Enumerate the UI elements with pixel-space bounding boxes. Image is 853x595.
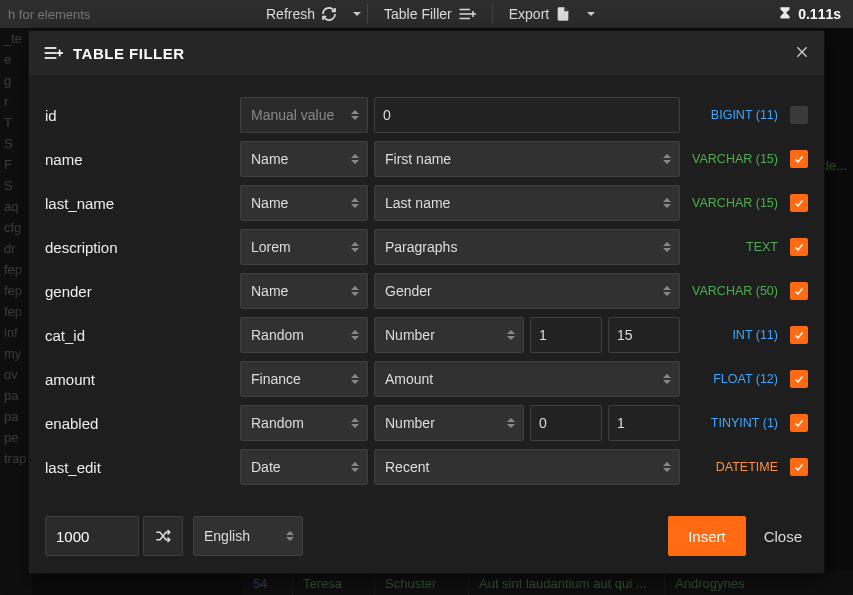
modal-title-text: TABLE FILLER <box>73 45 185 62</box>
chevron-updown-icon <box>351 374 359 384</box>
field-type: BIGINT (11) <box>686 108 778 122</box>
field-type: INT (11) <box>686 328 778 342</box>
toolbar-divider <box>492 4 493 24</box>
table-filler-icon <box>43 45 63 61</box>
field-enable-checkbox[interactable] <box>790 238 808 256</box>
field-value-select[interactable]: Gender <box>374 273 680 309</box>
modal-close-icon[interactable] <box>794 43 810 63</box>
field-name: last_name <box>45 195 240 212</box>
field-mode-select-label: Finance <box>251 371 301 387</box>
field-enable-checkbox[interactable] <box>790 194 808 212</box>
field-enable-checkbox[interactable] <box>790 458 808 476</box>
field-mode-select[interactable]: Lorem <box>240 229 368 265</box>
field-value-select-label: Last name <box>385 195 450 211</box>
hourglass-icon <box>778 6 792 22</box>
field-enable-checkbox[interactable] <box>790 370 808 388</box>
toolbar-divider <box>367 4 368 24</box>
field-name: id <box>45 107 240 124</box>
field-mode-select[interactable]: Name <box>240 273 368 309</box>
field-value-select[interactable]: Number <box>374 405 524 441</box>
field-type: TINYINT (1) <box>686 416 778 430</box>
shuffle-button[interactable] <box>143 516 183 556</box>
row-count-input[interactable] <box>45 516 139 556</box>
field-name: amount <box>45 371 240 388</box>
field-enable-checkbox[interactable] <box>790 282 808 300</box>
field-mode-select[interactable]: Random <box>240 405 368 441</box>
field-value-select-label: Number <box>385 327 435 343</box>
refresh-icon <box>321 6 337 22</box>
chevron-updown-icon <box>286 531 294 541</box>
field-mode-select-label: Lorem <box>251 239 291 255</box>
field-value-input[interactable] <box>374 97 680 133</box>
field-enable-checkbox[interactable] <box>790 150 808 168</box>
chevron-updown-icon <box>351 242 359 252</box>
chevron-updown-icon <box>351 198 359 208</box>
language-select[interactable]: English <box>193 516 303 556</box>
field-value-select-label: Amount <box>385 371 433 387</box>
timer-value: 0.111s <box>798 6 841 22</box>
range-min-input[interactable] <box>530 405 602 441</box>
field-enable-checkbox[interactable] <box>790 106 808 124</box>
chevron-updown-icon <box>663 154 671 164</box>
search-input-hint: h for elements <box>8 7 90 22</box>
close-button-label: Close <box>764 528 802 545</box>
field-value-select[interactable]: Last name <box>374 185 680 221</box>
field-name: name <box>45 151 240 168</box>
chevron-updown-icon <box>351 110 359 120</box>
refresh-dropdown-caret[interactable] <box>353 12 361 16</box>
field-value-select[interactable]: Recent <box>374 449 680 485</box>
range-max-input[interactable] <box>608 317 680 353</box>
field-type: FLOAT (12) <box>686 372 778 386</box>
export-dropdown-caret[interactable] <box>587 12 595 16</box>
chevron-updown-icon <box>351 154 359 164</box>
field-name: cat_id <box>45 327 240 344</box>
field-value-select[interactable]: Amount <box>374 361 680 397</box>
chevron-updown-icon <box>663 462 671 472</box>
field-value-select-label: Paragraphs <box>385 239 457 255</box>
field-name: description <box>45 239 240 256</box>
range-max-input[interactable] <box>608 405 680 441</box>
field-row: last_edit Date Recent DATETIME <box>45 445 808 489</box>
field-row: gender Name Gender VARCHAR (50) <box>45 269 808 313</box>
field-enable-checkbox[interactable] <box>790 414 808 432</box>
field-row: name Name First name VARCHAR (15) <box>45 137 808 181</box>
field-mode-select-label: Name <box>251 195 288 211</box>
refresh-button[interactable]: Refresh <box>256 1 347 27</box>
field-value-select[interactable]: Paragraphs <box>374 229 680 265</box>
chevron-updown-icon <box>663 198 671 208</box>
field-mode-select[interactable]: Finance <box>240 361 368 397</box>
field-value-select-label: Gender <box>385 283 432 299</box>
field-value-select[interactable]: First name <box>374 141 680 177</box>
field-row: description Lorem Paragraphs TEXT <box>45 225 808 269</box>
field-enable-checkbox[interactable] <box>790 326 808 344</box>
refresh-label: Refresh <box>266 6 315 22</box>
insert-button[interactable]: Insert <box>668 516 746 556</box>
chevron-updown-icon <box>507 330 515 340</box>
field-type: TEXT <box>686 240 778 254</box>
close-button[interactable]: Close <box>764 528 802 545</box>
table-filler-modal: TABLE FILLER id Manual value BIGINT (11)… <box>28 30 825 574</box>
export-label: Export <box>509 6 549 22</box>
field-mode-select[interactable]: Name <box>240 141 368 177</box>
field-type: DATETIME <box>686 460 778 474</box>
field-mode-select-label: Name <box>251 283 288 299</box>
field-value-select-label: Number <box>385 415 435 431</box>
field-mode-select-label: Manual value <box>251 107 334 123</box>
chevron-updown-icon <box>663 374 671 384</box>
export-button[interactable]: Export <box>499 1 581 27</box>
table-filler-button[interactable]: Table Filler <box>374 1 486 27</box>
field-value-select-label: First name <box>385 151 451 167</box>
field-mode-select[interactable]: Date <box>240 449 368 485</box>
chevron-updown-icon <box>351 286 359 296</box>
field-value-select[interactable]: Number <box>374 317 524 353</box>
field-name: gender <box>45 283 240 300</box>
field-mode-select[interactable]: Name <box>240 185 368 221</box>
field-mode-select-label: Name <box>251 151 288 167</box>
field-value-select-label: Recent <box>385 459 429 475</box>
field-mode-select[interactable]: Random <box>240 317 368 353</box>
chevron-updown-icon <box>351 418 359 428</box>
field-mode-select[interactable]: Manual value <box>240 97 368 133</box>
field-row: cat_id Random Number INT (11) <box>45 313 808 357</box>
chevron-updown-icon <box>663 286 671 296</box>
range-min-input[interactable] <box>530 317 602 353</box>
